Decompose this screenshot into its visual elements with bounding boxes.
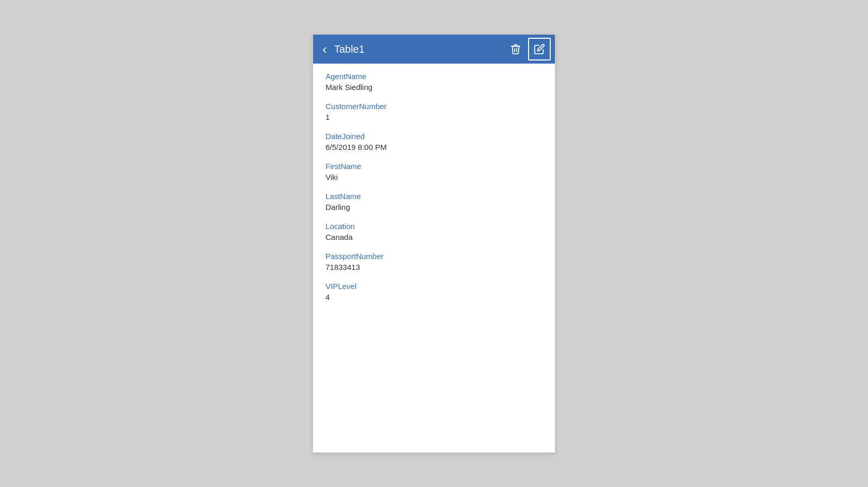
pencil-icon bbox=[534, 43, 545, 55]
field-label-viplevel: VIPLevel bbox=[326, 282, 542, 291]
field-value-lastname: Darling bbox=[326, 203, 542, 211]
field-value-agentname: Mark Siedling bbox=[326, 83, 542, 92]
field-value-location: Canada bbox=[326, 233, 542, 241]
field-label-passportnumber: PassportNumber bbox=[326, 252, 542, 261]
field-label-customernumber: CustomerNumber bbox=[326, 102, 542, 111]
trash-icon bbox=[510, 43, 521, 55]
delete-button[interactable] bbox=[504, 38, 527, 60]
panel-content: AgentNameMark SiedlingCustomerNumber1Dat… bbox=[313, 64, 555, 452]
field-group-datejoined: DateJoined6/5/2019 8:00 PM bbox=[326, 132, 542, 151]
field-group-agentname: AgentNameMark Siedling bbox=[326, 72, 542, 92]
field-value-passportnumber: 71833413 bbox=[326, 263, 542, 271]
field-label-firstname: FirstName bbox=[326, 162, 542, 171]
back-button[interactable]: ‹ bbox=[317, 38, 332, 60]
field-label-location: Location bbox=[326, 222, 542, 231]
field-label-agentname: AgentName bbox=[326, 72, 542, 81]
field-value-datejoined: 6/5/2019 8:00 PM bbox=[326, 143, 542, 151]
field-label-lastname: LastName bbox=[326, 192, 542, 201]
field-value-viplevel: 4 bbox=[326, 293, 542, 301]
panel-header: ‹ Table1 bbox=[313, 35, 555, 64]
field-group-viplevel: VIPLevel4 bbox=[326, 282, 542, 301]
back-icon: ‹ bbox=[322, 41, 327, 57]
detail-panel: ‹ Table1 AgentNameMark Sie bbox=[313, 34, 555, 453]
field-group-lastname: LastNameDarling bbox=[326, 192, 542, 211]
field-value-customernumber: 1 bbox=[326, 113, 542, 121]
edit-button[interactable] bbox=[528, 38, 551, 60]
field-group-firstname: FirstNameViki bbox=[326, 162, 542, 181]
panel-title: Table1 bbox=[332, 43, 504, 55]
field-group-location: LocationCanada bbox=[326, 222, 542, 241]
field-label-datejoined: DateJoined bbox=[326, 132, 542, 141]
header-actions bbox=[504, 38, 551, 60]
field-value-firstname: Viki bbox=[326, 173, 542, 181]
field-group-customernumber: CustomerNumber1 bbox=[326, 102, 542, 121]
field-group-passportnumber: PassportNumber71833413 bbox=[326, 252, 542, 271]
